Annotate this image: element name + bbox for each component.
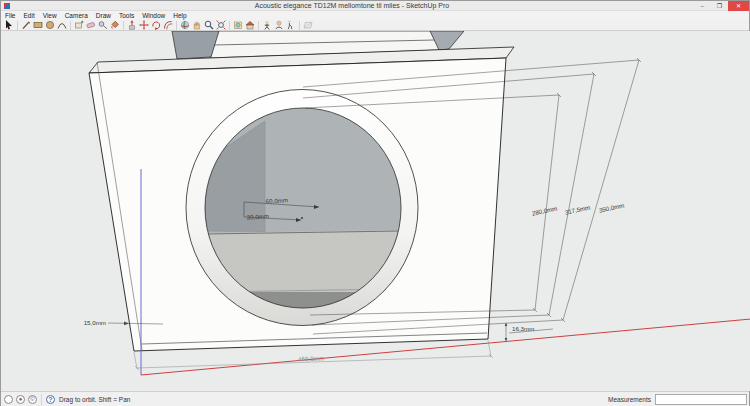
dimension-label-16mm: 16,3mm <box>512 325 534 332</box>
arc-tool-icon[interactable] <box>56 20 68 31</box>
eraser-tool-icon[interactable] <box>85 20 97 31</box>
circle-tool-icon[interactable] <box>44 20 56 31</box>
get-models-tool-icon[interactable] <box>244 20 256 31</box>
credits-status-icon[interactable]: ● <box>16 395 25 404</box>
tape-measure-tool-icon[interactable] <box>97 20 109 31</box>
help-icon[interactable]: ? <box>46 395 55 404</box>
window-title: Acoustic elegance TD12M mellomtone til m… <box>10 1 694 11</box>
model-view: 60,0mm 30,0mm 280,0mm 317,5mm 350,0mm <box>1 31 750 391</box>
measurements-label: Measurements <box>608 396 651 403</box>
push-pull-tool-icon[interactable] <box>126 20 138 31</box>
attribution-status-icon[interactable]: © <box>28 395 37 404</box>
dimension-label-280mm: 280,0mm <box>531 204 558 216</box>
toolbar-separator <box>176 21 177 30</box>
toolbar-separator <box>299 21 300 30</box>
line-tool-icon[interactable] <box>20 20 32 31</box>
look-around-tool-icon[interactable] <box>273 20 285 31</box>
position-camera-tool-icon[interactable] <box>261 20 273 31</box>
title-bar: Acoustic elegance TD12M mellomtone til m… <box>1 1 749 11</box>
statusbar-separator <box>41 394 42 405</box>
orbit-tool-icon[interactable] <box>179 20 191 31</box>
toolbar-separator <box>258 21 259 30</box>
toolbar-separator <box>229 21 230 30</box>
section-plane-tool-icon[interactable] <box>302 20 314 31</box>
maximize-button[interactable]: ❐ <box>711 1 728 11</box>
zoom-extents-tool-icon[interactable] <box>215 20 227 31</box>
pan-tool-icon[interactable] <box>191 20 203 31</box>
paint-bucket-tool-icon[interactable] <box>109 20 121 31</box>
dimension-label-317mm: 317,5mm <box>564 203 591 215</box>
dimension-label-350mm: 350,0mm <box>598 201 625 213</box>
rotate-tool-icon[interactable] <box>150 20 162 31</box>
measurements-input[interactable] <box>655 394 747 405</box>
select-tool-icon[interactable] <box>3 20 15 31</box>
minimize-button[interactable]: – <box>694 1 711 11</box>
offset-tool-icon[interactable] <box>162 20 174 31</box>
toolbar-separator <box>123 21 124 30</box>
tool-hint-text: Drag to orbit. Shift = Pan <box>59 396 130 403</box>
rectangle-tool-icon[interactable] <box>32 20 44 31</box>
zoom-tool-icon[interactable] <box>203 20 215 31</box>
walk-tool-icon[interactable] <box>285 20 297 31</box>
make-component-tool-icon[interactable] <box>73 20 85 31</box>
sketchup-window: Acoustic elegance TD12M mellomtone til m… <box>0 0 750 406</box>
dimension-label-460mm: 460,0mm <box>298 355 324 363</box>
move-tool-icon[interactable] <box>138 20 150 31</box>
toolbar-separator <box>17 21 18 30</box>
toolbar-separator <box>70 21 71 30</box>
close-button[interactable]: ✕ <box>728 1 749 11</box>
add-location-tool-icon[interactable] <box>232 20 244 31</box>
status-bar: ● © ? Drag to orbit. Shift = Pan Measure… <box>1 391 749 406</box>
geolocation-status-icon[interactable] <box>4 395 13 404</box>
dimension-label-15mm: 15,0mm <box>84 319 106 326</box>
drawing-canvas[interactable]: 60,0mm 30,0mm 280,0mm 317,5mm 350,0mm <box>1 31 750 391</box>
getting-started-toolbar <box>1 20 749 31</box>
